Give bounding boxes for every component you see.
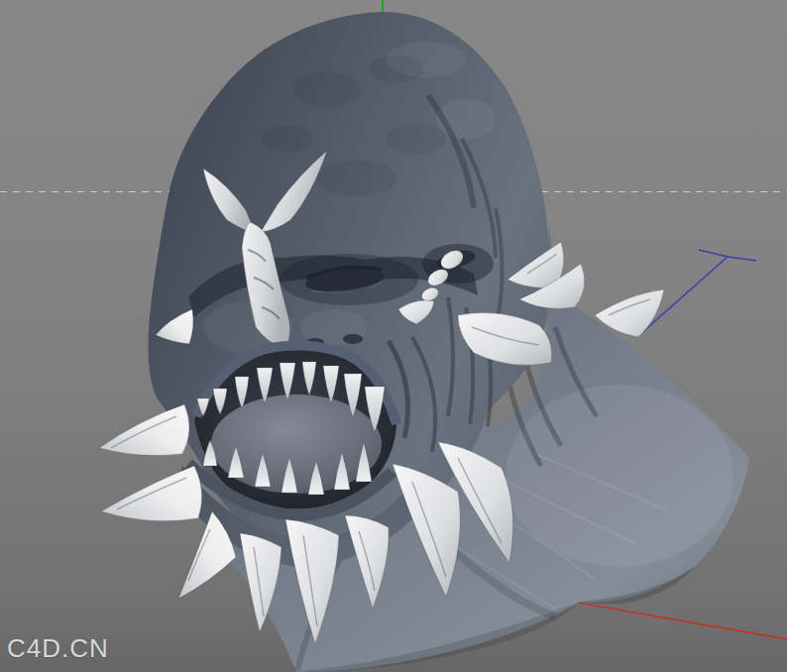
- viewport-3d[interactable]: C4D.CN: [0, 0, 787, 672]
- x-axis-line: [578, 603, 787, 639]
- watermark-text: C4D.CN: [7, 633, 109, 664]
- scene-svg: [0, 0, 787, 672]
- model-creature-bust[interactable]: [99, 12, 749, 672]
